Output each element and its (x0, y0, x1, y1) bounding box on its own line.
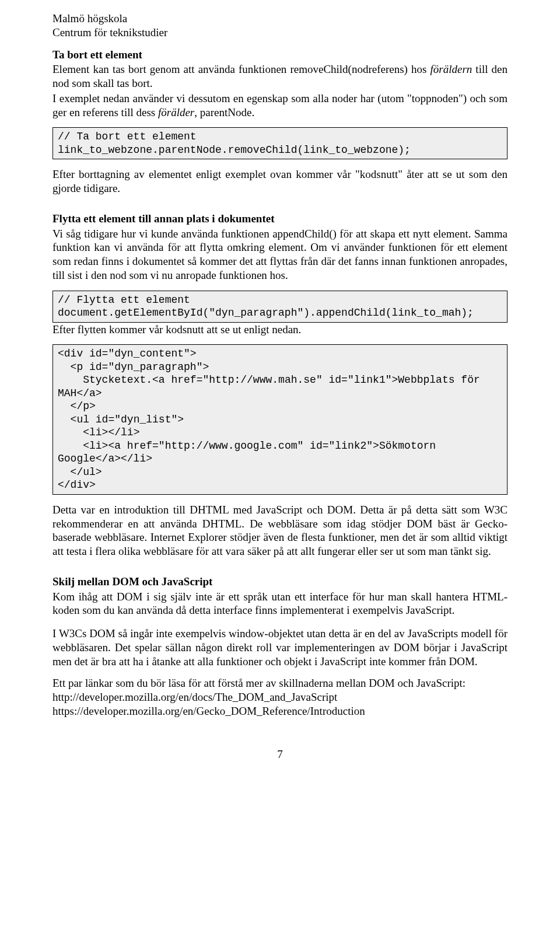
heading-skilj: Skilj mellan DOM och JavaScript (52, 575, 508, 589)
spacer (52, 558, 508, 567)
para-conclusion: Detta var en introduktion till DHTML med… (52, 503, 508, 558)
italic-span: förälder (158, 106, 194, 118)
reference-link-1: http://developer.mozilla.org/en/docs/The… (52, 690, 508, 704)
para-skilj-2: I W3Cs DOM så ingår inte exempelvis wind… (52, 627, 508, 668)
para-ta-bort-1: Element kan tas bort genom att använda f… (52, 62, 508, 90)
heading-flytta: Flytta ett element till annan plats i do… (52, 212, 508, 226)
page-number: 7 (52, 747, 508, 761)
para-after-remove: Efter borttagning av elementet enligt ex… (52, 167, 508, 195)
para-links-intro: Ett par länkar som du bör läsa för att f… (52, 676, 508, 690)
page-header: Malmö högskola Centrum för teknikstudier (52, 12, 508, 40)
text-span: Element kan tas bort genom att använda f… (52, 63, 430, 75)
spacer (52, 617, 508, 626)
code-block-remove: // Ta bort ett element link_to_webzone.p… (52, 127, 508, 159)
spacer (52, 668, 508, 676)
document-page: Malmö högskola Centrum för teknikstudier… (0, 0, 560, 784)
header-line-2: Centrum för teknikstudier (52, 26, 508, 40)
para-ta-bort-2: I exemplet nedan använder vi dessutom en… (52, 92, 508, 120)
text-span: I exemplet nedan använder vi dessutom en… (52, 92, 508, 118)
para-skilj-1: Kom ihåg att DOM i sig själv inte är ett… (52, 590, 508, 618)
heading-ta-bort: Ta bort ett element (52, 48, 508, 62)
code-block-move: // Flytta ett element document.getElemen… (52, 291, 508, 323)
para-after-move: Efter flytten kommer vår kodsnutt att se… (52, 323, 508, 337)
header-line-1: Malmö högskola (52, 12, 508, 26)
spacer (52, 195, 508, 204)
para-flytta: Vi såg tidigare hur vi kunde använda fun… (52, 227, 508, 282)
reference-link-2: https://developer.mozilla.org/en/Gecko_D… (52, 704, 508, 718)
text-span: , parentNode. (194, 106, 254, 118)
code-block-result: <div id="dyn_content"> <p id="dyn_paragr… (52, 344, 508, 495)
italic-span: föräldern (430, 63, 473, 75)
